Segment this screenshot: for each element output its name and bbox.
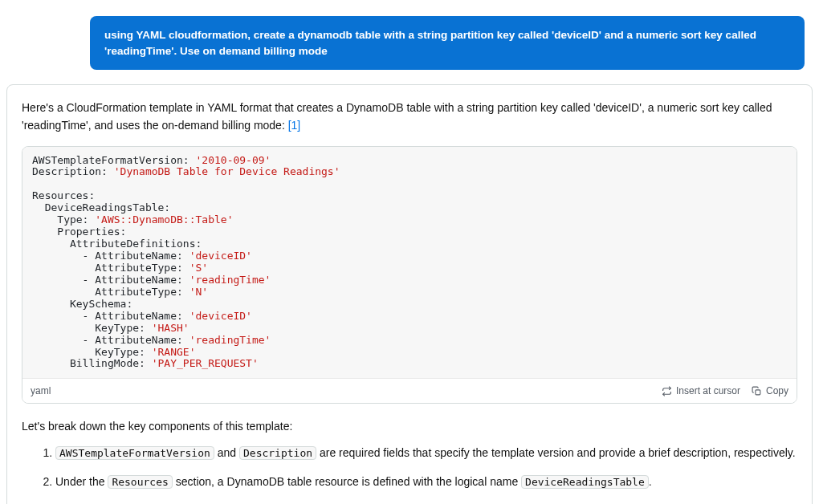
list-item: AWSTemplateFormatVersion and Description…: [55, 445, 797, 462]
insert-at-cursor-button[interactable]: Insert at cursor: [662, 384, 740, 398]
response-intro-span: Here's a CloudFormation template in YAML…: [22, 101, 772, 132]
code-line: KeySchema:: [32, 298, 132, 310]
svg-rect-0: [756, 390, 760, 395]
list-text: are required fields that specify the tem…: [316, 446, 796, 459]
code-line: - AttributeName:: [32, 310, 189, 322]
list-text: .: [649, 475, 652, 488]
code-line: - AttributeName:: [32, 250, 189, 262]
list-text: and: [214, 446, 239, 459]
code-value: 'N': [189, 286, 208, 298]
code-lang-label: yaml: [31, 384, 51, 398]
user-message-bubble: using YAML cloudformation, create a dyna…: [90, 16, 805, 70]
code-line: AWSTemplateFormatVersion:: [32, 154, 196, 166]
copy-icon: [752, 386, 762, 396]
code-block: AWSTemplateFormatVersion: '2010-09-09' D…: [22, 147, 797, 379]
inline-code: Description: [239, 446, 316, 460]
breakdown-list: AWSTemplateFormatVersion and Description…: [55, 445, 797, 504]
code-value: '2010-09-09': [196, 154, 271, 166]
code-value: 'PAY_PER_REQUEST': [152, 357, 259, 369]
code-line: Properties:: [32, 226, 126, 238]
citation-link[interactable]: [1]: [288, 119, 301, 132]
code-value: 'AWS::DynamoDB::Table': [95, 213, 233, 226]
code-line: Description:: [32, 165, 114, 177]
code-value: 'deviceID': [189, 250, 252, 262]
code-value: 'S': [189, 262, 208, 274]
code-line: BillingMode:: [32, 357, 152, 369]
code-line: KeyType:: [32, 346, 152, 358]
insert-icon: [662, 386, 672, 396]
code-value: 'DynamoDB Table for Device Readings': [114, 165, 340, 177]
code-line: DeviceReadingsTable:: [32, 201, 170, 213]
copy-label: Copy: [766, 384, 788, 398]
code-line: AttributeType:: [32, 262, 189, 274]
code-block-container: AWSTemplateFormatVersion: '2010-09-09' D…: [22, 146, 797, 404]
code-value: 'HASH': [152, 322, 189, 334]
inline-code: AWSTemplateFormatVersion: [55, 446, 214, 460]
response-intro-text: Here's a CloudFormation template in YAML…: [22, 100, 797, 134]
code-value: 'readingTime': [189, 274, 271, 286]
code-line: KeyType:: [32, 322, 152, 334]
code-line: AttributeType:: [32, 286, 189, 298]
code-line: Resources:: [32, 189, 95, 201]
insert-at-cursor-label: Insert at cursor: [676, 384, 740, 398]
copy-button[interactable]: Copy: [752, 384, 788, 398]
assistant-response-card: Here's a CloudFormation template in YAML…: [6, 84, 813, 504]
list-text: Under the: [55, 475, 108, 488]
list-text: section, a DynamoDB table resource is de…: [173, 475, 521, 488]
code-line: Type:: [32, 213, 95, 226]
list-item: Under the Resources section, a DynamoDB …: [55, 474, 797, 491]
code-value: 'RANGE': [152, 346, 196, 358]
code-value: 'deviceID': [189, 310, 252, 322]
inline-code: Resources: [108, 475, 172, 489]
code-line: AttributeDefinitions:: [32, 238, 202, 250]
code-block-footer: yaml Insert at cursor Copy: [22, 378, 797, 403]
code-line: - AttributeName:: [32, 274, 189, 286]
code-value: 'readingTime': [189, 334, 271, 346]
inline-code: DeviceReadingsTable: [521, 475, 649, 489]
code-line: - AttributeName:: [32, 334, 189, 346]
breakdown-intro: Let's break down the key components of t…: [22, 418, 797, 435]
